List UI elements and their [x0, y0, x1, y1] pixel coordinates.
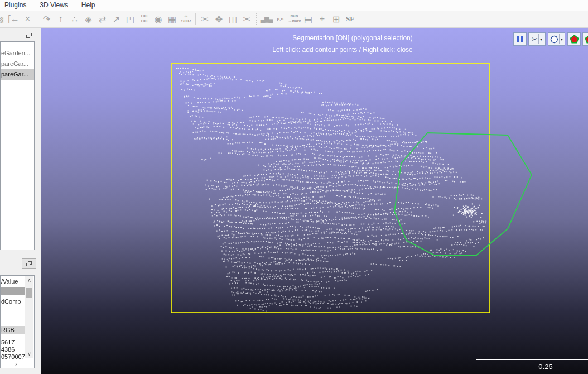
- scroll-thumb[interactable]: [26, 288, 32, 298]
- segmentation-status-text: Segmentation [ON] (polygonal selection): [292, 34, 412, 42]
- property-row[interactable]: [1, 305, 25, 326]
- selection-polygon: [394, 133, 532, 256]
- tree-item-egarden[interactable]: eGarden...: [1, 48, 34, 59]
- properties-titlebar: [0, 258, 38, 269]
- apply-close-icon[interactable]: [←: [7, 12, 21, 26]
- property-row-value: /Value: [1, 276, 25, 287]
- chevron-down-icon[interactable]: ▾: [538, 34, 542, 44]
- histogram-icon[interactable]: ▃▆▄: [259, 12, 273, 26]
- scissors-icon[interactable]: ✂: [198, 12, 212, 26]
- pause-segmentation-button[interactable]: [513, 32, 527, 46]
- menu-item-plugins[interactable]: Plugins: [0, 0, 33, 11]
- convex-hull-icon[interactable]: ◈: [81, 12, 95, 26]
- normals-icon[interactable]: ↑: [54, 12, 68, 26]
- cloudcompare-window: Plugins3D ViewsHelp ▨[←×↷↑∴◈⇄↗◳CC CC◉▦∴ …: [0, 0, 588, 374]
- chevron-down-icon[interactable]: ▾: [559, 34, 563, 44]
- clone-icon[interactable]: ↷: [40, 12, 54, 26]
- float-window-button[interactable]: [22, 258, 36, 269]
- float-window-icon: [26, 261, 32, 267]
- property-row-0570007[interactable]: 0570007: [1, 353, 25, 361]
- filter-by-value-icon[interactable]: ▤: [301, 12, 315, 26]
- pause-icon: [521, 36, 523, 42]
- match-bbox-icon[interactable]: ◳: [123, 12, 137, 26]
- pentagon-icon: [585, 35, 588, 44]
- segment-tool-button[interactable]: ✂▾: [528, 32, 546, 46]
- main-toolbar: ▨[←×↷↑∴◈⇄↗◳CC CC◉▦∴ SOR✂✥◫✂▃▆▄μ,σmin →ma…: [0, 11, 588, 28]
- menu-item-3d-views[interactable]: 3D Views: [33, 0, 74, 11]
- segment-in-button[interactable]: [567, 32, 581, 46]
- float-window-button[interactable]: [22, 30, 36, 41]
- properties-table: /ValuedCompRGB561743860570007: [1, 276, 25, 361]
- properties-vertical-scrollbar[interactable]: ∧ ∨: [25, 276, 33, 358]
- translate-rotate-icon[interactable]: ✥: [212, 12, 226, 26]
- properties-panel: /ValuedCompRGB561743860570007 ∧ ∨ ›: [0, 275, 35, 368]
- db-tree-list: eGarden...pareGar...pareGar...: [1, 48, 34, 80]
- property-row-rgb[interactable]: RGB: [1, 326, 25, 334]
- align-icon[interactable]: ↗: [109, 12, 123, 26]
- cloud-cloud-distance-icon[interactable]: CC CC: [137, 12, 151, 26]
- property-row-5617[interactable]: 5617: [1, 339, 25, 346]
- delete-icon[interactable]: ×: [21, 12, 35, 26]
- sf-add-icon[interactable]: +: [315, 12, 329, 26]
- db-tree-titlebar: [0, 30, 38, 41]
- cloud-primitive-distance-icon[interactable]: ◉: [151, 12, 165, 26]
- polygon-selection-button[interactable]: ▾: [548, 32, 565, 46]
- clipped-tool-icon[interactable]: ▨: [0, 12, 7, 26]
- left-dock: eGarden...pareGar...pareGar... /ValuedCo…: [0, 28, 41, 374]
- sor-filter-icon[interactable]: ∴ SOR: [179, 12, 193, 26]
- cross-section-icon[interactable]: ◫: [226, 12, 240, 26]
- property-row-dcomp[interactable]: dComp: [1, 298, 25, 305]
- sf-minmax-icon[interactable]: min →max: [287, 12, 301, 26]
- float-window-icon: [26, 33, 32, 39]
- content-area: eGarden...pareGar...pareGar... /ValuedCo…: [0, 28, 588, 374]
- pentagon-icon: [570, 35, 579, 44]
- gaussian-filter-icon[interactable]: μ,σ: [273, 12, 287, 26]
- tree-item-paregar[interactable]: pareGar...: [1, 69, 34, 80]
- toolbar-separator: [37, 13, 37, 25]
- scale-bar-line: [476, 359, 588, 360]
- property-row-4386[interactable]: 4386: [1, 346, 25, 353]
- segmentation-overlay: [41, 28, 588, 374]
- scalar-field-icon[interactable]: SF: [343, 12, 357, 26]
- polygon-icon: [550, 35, 558, 44]
- scale-bar-label: 0.25: [538, 362, 552, 371]
- scroll-down-icon[interactable]: ∨: [25, 350, 33, 358]
- segment-scissors-icon[interactable]: ✂: [240, 12, 254, 26]
- scroll-up-icon[interactable]: ∧: [25, 276, 33, 284]
- segmentation-rectangle: [171, 64, 490, 313]
- scissors-icon: ✂: [532, 35, 538, 44]
- tree-item-paregar[interactable]: pareGar...: [1, 59, 34, 69]
- segment-out-button[interactable]: [582, 32, 588, 46]
- pause-icon: [517, 36, 519, 42]
- segmentation-help-text: Left click: add contour points / Right c…: [272, 46, 412, 54]
- toolbar-handle: [256, 13, 257, 25]
- register-icon[interactable]: ⇄: [95, 12, 109, 26]
- property-row[interactable]: [1, 287, 25, 295]
- subsample-icon[interactable]: ∴: [68, 12, 81, 26]
- db-tree-panel: eGarden...pareGar...pareGar...: [0, 41, 35, 250]
- 3d-viewport[interactable]: Segmentation [ON] (polygonal selection) …: [41, 28, 588, 374]
- menu-bar: Plugins3D ViewsHelp: [0, 0, 588, 11]
- menu-item-help[interactable]: Help: [75, 0, 102, 11]
- scroll-right-icon[interactable]: ›: [15, 361, 17, 367]
- sf-calculator-icon[interactable]: ⊞: [329, 12, 343, 26]
- toolbar-separator: [195, 13, 196, 25]
- checker-lod-icon[interactable]: ▦: [165, 12, 179, 26]
